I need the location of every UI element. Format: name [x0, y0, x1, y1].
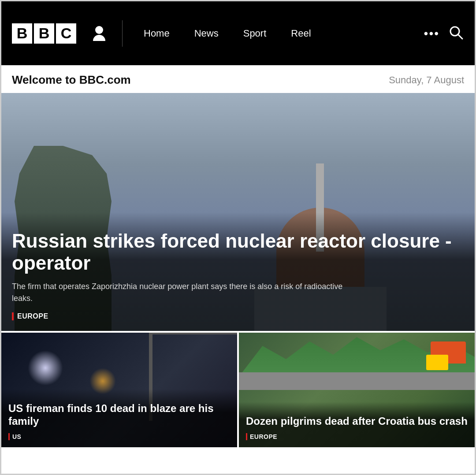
- card-croatia-crash[interactable]: Dozen pilgrims dead after Croatia bus cr…: [239, 333, 475, 447]
- card-us-fire[interactable]: US fireman finds 10 dead in blaze are hi…: [1, 333, 237, 447]
- card-1-tag-bar: [8, 433, 10, 440]
- hero-title: Russian strikes forced nuclear reactor c…: [12, 230, 464, 275]
- emergency-vehicle-shape: [426, 355, 448, 370]
- main-nav: Home News Sport Reel: [131, 28, 424, 39]
- svg-line-1: [458, 34, 462, 39]
- nav-sport[interactable]: Sport: [231, 28, 279, 39]
- road-surface: [239, 372, 475, 390]
- nav-reel[interactable]: Reel: [279, 28, 323, 39]
- user-icon: [90, 25, 108, 42]
- card-1-title: US fireman finds 10 dead in blaze are hi…: [8, 402, 230, 428]
- bbc-letter-b2: B: [34, 23, 54, 44]
- page-wrapper: B B C Home News Sport Reel •••: [0, 0, 476, 475]
- card-2-tag-bar: [246, 433, 247, 440]
- date-display: Sunday, 7 August: [389, 74, 464, 86]
- user-head-shape: [95, 26, 103, 34]
- fire-light-1: [28, 350, 63, 386]
- more-icon[interactable]: •••: [424, 26, 439, 41]
- hero-article[interactable]: Russian strikes forced nuclear reactor c…: [1, 93, 475, 331]
- card-2-title: Dozen pilgrims dead after Croatia bus cr…: [246, 415, 468, 428]
- header-divider: [122, 20, 123, 47]
- bbc-letter-b1: B: [12, 23, 32, 44]
- bbc-letter-c: C: [56, 23, 76, 44]
- hero-subtitle: The firm that operates Zaporizhzhia nucl…: [12, 281, 356, 304]
- card-1-tag: US: [8, 433, 230, 440]
- tag-bar: [12, 312, 14, 320]
- nav-news[interactable]: News: [182, 28, 231, 39]
- user-account-button[interactable]: [90, 25, 108, 42]
- user-body-shape: [93, 35, 105, 41]
- nav-home[interactable]: Home: [131, 28, 182, 39]
- card-right-overlay: Dozen pilgrims dead after Croatia bus cr…: [239, 402, 475, 447]
- search-icon[interactable]: [448, 25, 464, 42]
- cards-row: US fireman finds 10 dead in blaze are hi…: [1, 333, 475, 447]
- hero-tag: EUROPE: [12, 312, 464, 320]
- welcome-bar: Welcome to BBC.com Sunday, 7 August: [1, 65, 475, 93]
- hero-overlay: Russian strikes forced nuclear reactor c…: [1, 212, 475, 331]
- card-2-tag: EUROPE: [246, 433, 468, 440]
- header-icons: •••: [424, 25, 464, 42]
- site-header: B B C Home News Sport Reel •••: [1, 1, 475, 65]
- card-1-tag-label: US: [12, 433, 21, 440]
- card-2-tag-label: EUROPE: [250, 433, 277, 440]
- card-left-overlay: US fireman finds 10 dead in blaze are hi…: [1, 389, 237, 447]
- bbc-logo[interactable]: B B C: [12, 23, 76, 44]
- welcome-text: Welcome to BBC.com: [12, 73, 131, 87]
- hero-tag-label: EUROPE: [17, 312, 48, 320]
